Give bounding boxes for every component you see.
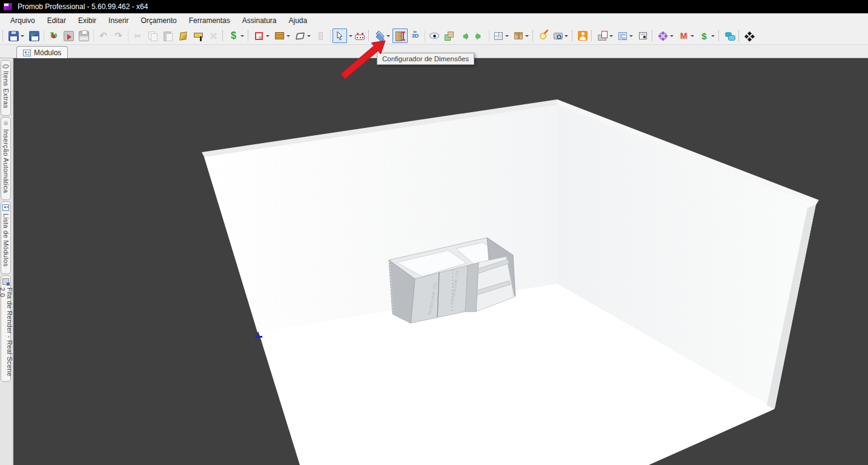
plugins-button[interactable]	[655, 28, 676, 43]
brick-wall-icon	[275, 32, 284, 39]
diamonds-icon	[742, 28, 757, 43]
sidebar-tab-label: Lista de Módulos	[2, 213, 10, 267]
menu-bar: Arquivo Editar Exibir Inserir Orçamento …	[0, 13, 868, 27]
cubes-icon	[444, 31, 454, 41]
chevron-down-icon	[266, 35, 270, 39]
sidebar-tab-label: Fila de Render - Real Scene 2.0	[0, 287, 13, 381]
print-button[interactable]	[76, 28, 91, 43]
modules-icon	[23, 50, 31, 56]
redo-icon: ↷	[113, 31, 124, 41]
snapshot-button[interactable]	[551, 28, 571, 43]
measure-icon	[355, 35, 365, 40]
3d-viewport[interactable]: NO MATERIAL NO MATERIAL	[13, 58, 868, 465]
delete-button[interactable]	[206, 28, 221, 43]
undo-icon: ↶	[98, 31, 108, 41]
cut-button[interactable]: ✂	[130, 28, 145, 43]
layout-panels-button[interactable]	[615, 28, 635, 43]
light-editor-button[interactable]	[536, 28, 551, 43]
3d-view-button[interactable]: 3D	[408, 28, 423, 43]
panel-options-button[interactable]	[635, 28, 651, 43]
menu-editar[interactable]: Editar	[41, 15, 72, 27]
reports-button[interactable]	[595, 28, 615, 43]
dollar-icon: $	[228, 31, 239, 41]
floor-shape-button[interactable]	[293, 28, 313, 43]
sidebar-tab-fila-de-render[interactable]: Fila de Render - Real Scene 2.0	[1, 275, 11, 382]
insert-modules-button[interactable]	[442, 28, 457, 43]
sidebar-tab-itens-extras[interactable]: Itens Extras	[1, 60, 11, 116]
dimension-configurator-button[interactable]	[393, 28, 408, 43]
paperclip-icon	[2, 64, 10, 69]
toolbar-separator	[425, 30, 425, 42]
content-area: Itens Extras ※ Inserção Automática Lista…	[0, 58, 868, 465]
services-button[interactable]	[742, 28, 757, 43]
left-panel-strip: Itens Extras ※ Inserção Automática Lista…	[0, 58, 13, 465]
menu-orcamento[interactable]: Orçamento	[134, 15, 182, 27]
toolbar-grip	[718, 30, 720, 41]
measure-button[interactable]	[353, 28, 367, 43]
menu-assinatura[interactable]: Assinatura	[236, 15, 283, 27]
save-icon	[8, 31, 19, 41]
paste-button[interactable]	[161, 28, 176, 43]
light-bulb-icon	[538, 31, 549, 41]
undo-button[interactable]: ↶	[96, 28, 111, 43]
save-button[interactable]	[6, 28, 27, 43]
chevron-down-icon	[691, 35, 694, 39]
apply-material-button[interactable]	[176, 28, 191, 43]
modules-icon	[2, 204, 9, 211]
sidebar-tab-lista-de-modulos[interactable]: Lista de Módulos	[1, 201, 11, 274]
visibility-button[interactable]	[427, 28, 442, 43]
toolbar-grip	[532, 30, 534, 41]
copy-button[interactable]	[145, 28, 161, 43]
walls-button[interactable]	[251, 28, 272, 43]
camera-icon	[554, 33, 563, 39]
save-as-button[interactable]	[27, 28, 42, 43]
navigate-forward-button[interactable]	[472, 28, 487, 43]
budget-button[interactable]: $	[226, 28, 247, 43]
paint-roller-button[interactable]	[191, 28, 206, 43]
build-wall-button[interactable]	[272, 28, 293, 43]
promob-window: Promob Professional - 5.60.99.462 - x64 …	[0, 0, 868, 465]
module-manager-button[interactable]: M	[676, 28, 697, 43]
panels-icon	[618, 32, 627, 40]
wand-icon: ※	[2, 120, 9, 127]
view-cube-button[interactable]	[491, 28, 511, 43]
import-environment-button[interactable]: ↻	[46, 28, 61, 43]
chat-button[interactable]	[722, 28, 737, 43]
menu-ajuda[interactable]: Ajuda	[283, 15, 314, 27]
redo-button[interactable]: ↷	[111, 28, 126, 43]
menu-ferramentas[interactable]: Ferramentas	[183, 15, 236, 27]
menu-inserir[interactable]: Inserir	[102, 15, 134, 27]
export-environment-button[interactable]	[61, 28, 76, 43]
view-cube-icon	[494, 32, 503, 40]
package-view-button[interactable]	[511, 28, 531, 43]
menu-arquivo[interactable]: Arquivo	[4, 15, 41, 27]
m-icon: M	[678, 31, 689, 41]
select-cursor-button[interactable]	[333, 28, 347, 43]
toolbar-grip	[738, 30, 740, 41]
toolbar-separator	[93, 30, 94, 42]
client-button[interactable]	[575, 28, 590, 43]
import-icon: ↻	[48, 31, 59, 41]
pricing-button[interactable]: $	[697, 28, 717, 43]
tooltip-text: Configurador de Dimensões	[382, 55, 469, 62]
window-title: Promob Professional - 5.60.99.462 - x64	[18, 2, 148, 11]
column-button[interactable]	[313, 28, 328, 43]
room-scene: NO MATERIAL NO MATERIAL	[13, 58, 868, 465]
title-bar: Promob Professional - 5.60.99.462 - x64	[0, 0, 868, 13]
chevron-down-icon	[287, 35, 290, 39]
copy-icon	[148, 31, 158, 41]
printer-icon	[79, 31, 89, 41]
save-as-icon	[29, 31, 39, 41]
navigate-back-button[interactable]	[457, 28, 472, 43]
toolbar-grip	[652, 30, 654, 41]
toolbar-grip	[591, 30, 593, 41]
eye-icon	[429, 33, 439, 39]
chevron-down-icon	[307, 35, 311, 39]
app-icon	[4, 3, 12, 10]
scissors-icon: ✂	[133, 31, 143, 41]
menu-exibir[interactable]: Exibir	[72, 15, 102, 27]
sidebar-tab-insercao-automatica[interactable]: ※ Inserção Automática	[1, 117, 11, 200]
layers-button[interactable]	[372, 28, 393, 43]
tab-modulos[interactable]: Módulos	[16, 46, 68, 59]
toolbar-grip	[572, 30, 574, 41]
